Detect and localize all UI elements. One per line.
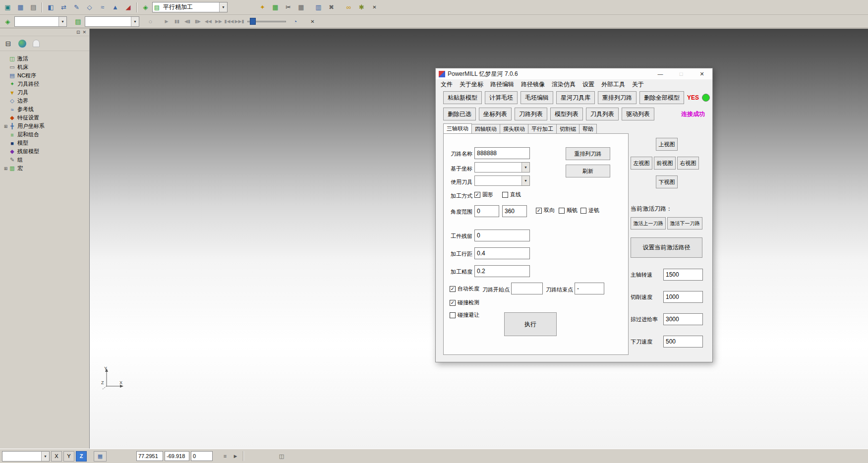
- tool-list-button[interactable]: 刀具列表: [586, 108, 619, 120]
- tab-4axis[interactable]: 四轴联动: [471, 124, 500, 133]
- tree-item-toolpath[interactable]: ✦刀具路径: [1, 80, 88, 88]
- close-button[interactable]: ✕: [692, 68, 712, 79]
- play-icon[interactable]: ▶: [162, 16, 172, 27]
- lightbulb-icon[interactable]: ○: [144, 16, 157, 27]
- toolbar-close-icon[interactable]: ✕: [306, 16, 319, 27]
- tree-view-icon[interactable]: ⊟: [2, 38, 14, 50]
- tree-item-levels[interactable]: ≡层和组合: [1, 130, 88, 139]
- paste-new-model-button[interactable]: 粘贴新模型: [443, 91, 482, 104]
- tab-parallel[interactable]: 平行加工: [528, 124, 557, 133]
- chevron-down-icon[interactable]: ▼: [219, 2, 227, 12]
- go-end-icon[interactable]: ▶▶▮: [234, 16, 244, 27]
- stock-remain-input[interactable]: [474, 230, 530, 241]
- axis-x-button[interactable]: X: [51, 451, 62, 462]
- chevron-down-icon[interactable]: ▼: [41, 452, 49, 461]
- printer-icon[interactable]: ▤: [27, 1, 40, 13]
- cutting-speed-input[interactable]: [663, 291, 703, 303]
- reorder-toolpath-button[interactable]: 重排列刀路: [598, 91, 637, 104]
- use-tool-select[interactable]: ▼: [474, 175, 530, 186]
- close-panel-icon[interactable]: ✕: [82, 30, 86, 35]
- step-forward-icon[interactable]: ▮▶: [193, 16, 203, 27]
- tool-library-button[interactable]: 星河刀具库: [556, 91, 595, 104]
- coordinate-x-field[interactable]: [136, 451, 163, 461]
- scissors-icon[interactable]: ✂: [282, 1, 294, 13]
- menu-about-coords[interactable]: 关于坐标: [456, 80, 487, 89]
- start-point-input[interactable]: [511, 283, 543, 294]
- menu-about[interactable]: 关于: [629, 80, 647, 89]
- tree-item-tool[interactable]: ▼刀具: [1, 88, 88, 97]
- chevron-down-icon[interactable]: ▼: [58, 17, 66, 26]
- columns-icon[interactable]: ▥: [312, 1, 325, 13]
- spindle-speed-input[interactable]: [663, 269, 703, 281]
- delete-selected-button[interactable]: 删除已选: [443, 108, 476, 120]
- level-icon[interactable]: ▲: [109, 1, 121, 13]
- pages-icon[interactable]: ◫: [277, 452, 286, 461]
- polygon-icon[interactable]: ◇: [83, 1, 96, 13]
- activate-prev-toolpath-button[interactable]: 激活上一刀路: [631, 217, 666, 230]
- tab-tilt-head[interactable]: 摆头联动: [500, 124, 528, 133]
- tree-item-stock-model[interactable]: ◆残留模型: [1, 147, 88, 156]
- tree-item-model[interactable]: ■模型: [1, 139, 88, 147]
- angle-start-input[interactable]: [474, 205, 499, 217]
- rings-icon[interactable]: ∞: [343, 1, 355, 13]
- toolbar-close-icon[interactable]: ✕: [368, 1, 381, 13]
- tree-item-activate[interactable]: ◫激活: [1, 55, 88, 63]
- tool-doc-icon[interactable]: ▤: [72, 16, 84, 27]
- save-icon[interactable]: ▦: [14, 1, 27, 13]
- grid-snap-icon[interactable]: ▦: [94, 451, 107, 462]
- angle-end-input[interactable]: [502, 205, 527, 217]
- menu-path-mirror[interactable]: 路径镜像: [518, 80, 548, 89]
- line-checkbox[interactable]: [502, 192, 508, 198]
- dock-panel-icon[interactable]: ⊡: [76, 30, 80, 35]
- bottom-view-button[interactable]: 下视图: [656, 175, 678, 188]
- list-icon[interactable]: ≡: [221, 452, 230, 461]
- pencil-icon[interactable]: ✎: [70, 1, 83, 13]
- toolpath-name-input[interactable]: [474, 147, 530, 159]
- stock-edit-button[interactable]: 毛坯编辑: [521, 91, 553, 104]
- tool-combobox[interactable]: ▼: [85, 16, 139, 27]
- pointer-icon[interactable]: ►: [231, 452, 240, 461]
- tab-help[interactable]: 帮助: [579, 124, 597, 133]
- statusbar-combobox[interactable]: ▼: [2, 451, 50, 462]
- toolpath-list-button[interactable]: 刀路列表: [515, 108, 547, 120]
- tree-item-group[interactable]: ✎组: [1, 156, 88, 164]
- stepover-input[interactable]: [474, 247, 530, 259]
- calculator-icon[interactable]: ▦: [295, 1, 307, 13]
- top-view-button[interactable]: 上视图: [656, 138, 678, 151]
- chart-icon[interactable]: ▦: [269, 1, 282, 13]
- transform-icon[interactable]: ⇄: [58, 1, 70, 13]
- tab-3axis[interactable]: 三轴联动: [443, 123, 472, 133]
- climb-checkbox[interactable]: [559, 208, 565, 214]
- auto-length-checkbox[interactable]: [450, 286, 456, 292]
- delete-all-models-button[interactable]: 删除全部模型: [639, 91, 684, 104]
- menu-render-sim[interactable]: 渲染仿真: [548, 80, 579, 89]
- collision-avoid-checkbox[interactable]: [450, 312, 456, 318]
- menu-path-edit[interactable]: 路径编辑: [487, 80, 518, 89]
- new-model-icon[interactable]: ▣: [1, 1, 14, 13]
- erase-icon[interactable]: ◢: [122, 1, 134, 13]
- refresh-button[interactable]: 刷新: [566, 165, 610, 177]
- chevron-down-icon[interactable]: ▼: [521, 176, 529, 185]
- plunge-speed-input[interactable]: [663, 336, 703, 347]
- tree-item-boundary[interactable]: ◇边界: [1, 97, 88, 105]
- strategy-diamond-icon[interactable]: ◈: [139, 1, 152, 13]
- chevron-down-icon[interactable]: ▼: [131, 17, 139, 26]
- toolpath-diamond-icon[interactable]: ◈: [1, 16, 14, 27]
- rewind-icon[interactable]: ◀◀: [203, 16, 213, 27]
- dialog-titlebar[interactable]: PowerMILL 忆梦星河 7.0.6 — □ ✕: [436, 68, 712, 79]
- tree-item-workplane[interactable]: ⊞╋用户坐标系: [1, 122, 88, 130]
- circle-checkbox[interactable]: [474, 192, 480, 198]
- drive-list-button[interactable]: 驱动列表: [622, 108, 654, 120]
- toolpath-combobox[interactable]: ▼: [14, 16, 67, 27]
- right-view-button[interactable]: 右视图: [677, 157, 699, 170]
- coord-list-button[interactable]: 坐标列表: [479, 108, 512, 120]
- tree-item-macro[interactable]: ⊞▥宏: [1, 164, 88, 173]
- skim-feed-input[interactable]: [663, 313, 703, 325]
- bidirectional-checkbox[interactable]: [536, 208, 542, 214]
- minimize-button[interactable]: —: [650, 68, 671, 79]
- conventional-checkbox[interactable]: [580, 208, 586, 214]
- front-view-button[interactable]: 前视图: [654, 157, 676, 170]
- collision-check-checkbox[interactable]: [450, 300, 456, 306]
- coordinate-z-field[interactable]: [191, 451, 213, 461]
- cube-icon[interactable]: ◧: [45, 1, 57, 13]
